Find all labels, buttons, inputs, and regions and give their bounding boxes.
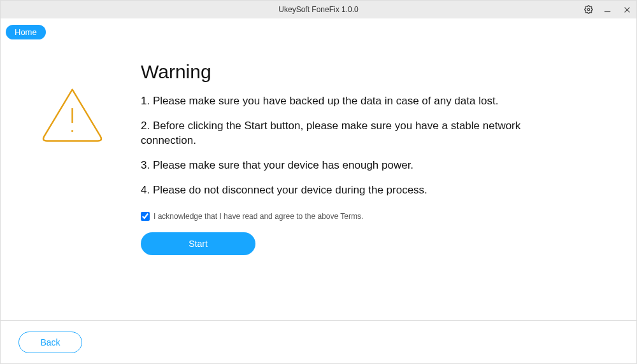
start-button[interactable]: Start: [141, 232, 255, 255]
acknowledge-row[interactable]: I acknowledge that I have read and agree…: [141, 212, 536, 221]
warning-heading: Warning: [141, 61, 536, 83]
warning-icon-container: [39, 61, 141, 320]
warning-item-3: 3. Please make sure that your device has…: [141, 158, 536, 173]
svg-point-0: [587, 8, 590, 11]
acknowledge-label: I acknowledge that I have read and agree…: [154, 212, 363, 221]
tab-home[interactable]: Home: [6, 25, 46, 39]
footer: Back: [1, 320, 636, 363]
warning-item-1: 1. Please make sure you have backed up t…: [141, 94, 536, 109]
warning-triangle-icon: [39, 84, 106, 144]
gear-icon[interactable]: [583, 4, 594, 15]
window-controls: [583, 1, 633, 18]
warning-item-2: 2. Before clicking the Start button, ple…: [141, 119, 536, 148]
minimize-icon[interactable]: [602, 4, 613, 15]
close-icon[interactable]: [621, 4, 633, 15]
acknowledge-checkbox[interactable]: [141, 212, 150, 221]
app-title: UkeySoft FoneFix 1.0.0: [278, 5, 358, 14]
svg-point-5: [71, 130, 73, 132]
titlebar: UkeySoft FoneFix 1.0.0: [1, 1, 636, 18]
warning-item-4: 4. Please do not disconnect your device …: [141, 183, 536, 198]
back-button[interactable]: Back: [18, 332, 82, 353]
main-content: Warning 1. Please make sure you have bac…: [1, 39, 636, 320]
tab-row: Home: [1, 18, 636, 39]
warning-text-column: Warning 1. Please make sure you have bac…: [141, 61, 536, 320]
